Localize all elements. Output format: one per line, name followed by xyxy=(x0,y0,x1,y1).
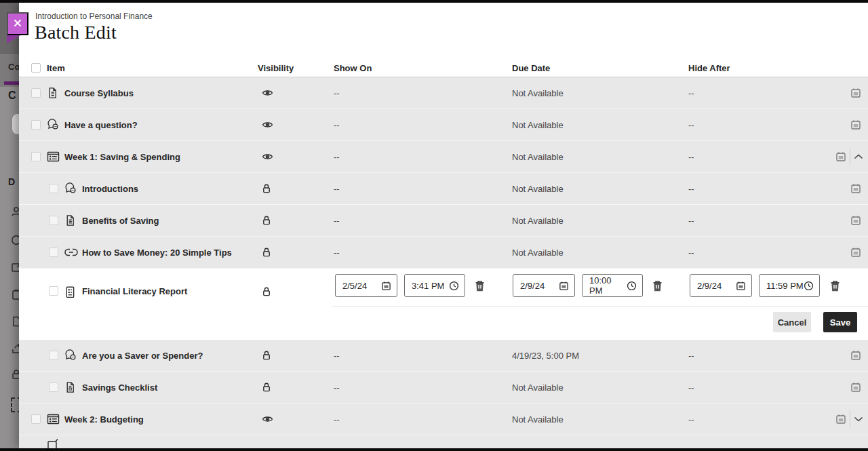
hide-after-value: -- xyxy=(688,351,694,361)
checklist-icon xyxy=(64,381,76,393)
column-header-due-date: Due Date xyxy=(512,62,550,73)
row-checkbox[interactable] xyxy=(31,88,41,98)
discussion-icon xyxy=(64,349,77,361)
hide-after-value: -- xyxy=(688,152,694,162)
show-on-date-value: 2/5/24 xyxy=(342,281,367,291)
show-on-time-input[interactable]: 3:41 PM xyxy=(404,274,465,297)
chevron-down-icon[interactable] xyxy=(854,416,863,423)
visibility-lock-icon[interactable] xyxy=(262,247,271,258)
table-header: Item Visibility Show On Due Date Hide Af… xyxy=(19,58,868,77)
clock-icon[interactable] xyxy=(449,281,459,291)
column-header-item: Item xyxy=(47,62,65,73)
show-on-value: -- xyxy=(334,248,340,258)
show-on-time-value: 3:41 PM xyxy=(412,281,444,291)
item-title: Have a question? xyxy=(64,120,138,130)
hide-after-date-input[interactable]: 2/9/24 xyxy=(690,274,752,297)
column-header-show-on: Show On xyxy=(334,62,372,73)
share-icon xyxy=(11,343,19,354)
close-panel-button[interactable] xyxy=(7,12,28,35)
row-checkbox[interactable] xyxy=(49,248,58,257)
divider xyxy=(850,410,850,428)
calendar-icon[interactable] xyxy=(736,281,746,291)
background-button-fragment xyxy=(12,114,19,134)
show-on-trash-icon[interactable] xyxy=(472,278,487,293)
visibility-lock-icon[interactable] xyxy=(262,286,271,297)
visibility-lock-icon[interactable] xyxy=(262,350,271,361)
hide-after-value: -- xyxy=(688,120,694,130)
browser-top-edge xyxy=(0,0,868,3)
dimmed-background-page: Co C D xyxy=(0,3,19,448)
clock-icon[interactable] xyxy=(804,281,814,291)
visibility-eye-icon[interactable] xyxy=(262,153,273,161)
table-row: Are you a Saver or Spender? -- 4/19/23, … xyxy=(19,340,868,372)
hide-after-value: -- xyxy=(688,88,694,98)
show-on-value: -- xyxy=(334,216,340,226)
clock-icon[interactable] xyxy=(627,281,637,291)
save-button[interactable]: Save xyxy=(823,312,857,332)
due-date-trash-icon[interactable] xyxy=(650,278,665,293)
item-title: Week 1: Saving & Spending xyxy=(64,152,180,162)
row-checkbox[interactable] xyxy=(49,383,58,392)
assignment-icon xyxy=(64,286,76,298)
hide-after-value: -- xyxy=(688,216,694,226)
table-row: Savings Checklist -- Not Available -- xyxy=(19,372,868,404)
calendar-icon[interactable] xyxy=(559,281,569,291)
item-title: Savings Checklist xyxy=(82,383,157,393)
visibility-lock-icon[interactable] xyxy=(262,183,271,194)
calendar-icon[interactable] xyxy=(381,281,391,291)
row-checkbox[interactable] xyxy=(31,152,41,161)
due-date-value: Not Available xyxy=(512,88,564,98)
edit-dates-calendar-icon[interactable] xyxy=(850,382,861,393)
show-on-value: -- xyxy=(334,88,340,98)
hide-after-time-input[interactable]: 11:59 PM xyxy=(759,274,820,297)
table-row: Benefits of Saving -- Not Available -- xyxy=(19,205,868,237)
visibility-eye-icon[interactable] xyxy=(262,89,273,97)
edit-dates-calendar-icon[interactable] xyxy=(850,183,861,194)
row-checkbox[interactable] xyxy=(49,286,58,296)
edit-dates-calendar-icon[interactable] xyxy=(850,247,861,258)
item-title: Week 2: Budgeting xyxy=(64,414,144,425)
row-checkbox[interactable] xyxy=(49,351,58,360)
edit-dates-calendar-icon[interactable] xyxy=(835,414,846,425)
edit-dates-calendar-icon[interactable] xyxy=(850,119,861,130)
visibility-lock-icon[interactable] xyxy=(262,382,271,393)
hide-after-value: -- xyxy=(688,184,694,194)
row-checkbox[interactable] xyxy=(31,120,41,130)
due-date-value: Not Available xyxy=(512,120,564,130)
item-list: Course Syllabus -- Not Available -- Have… xyxy=(19,77,868,448)
cancel-button[interactable]: Cancel xyxy=(773,312,811,332)
edit-dates-calendar-icon[interactable] xyxy=(835,151,846,162)
row-checkbox[interactable] xyxy=(49,184,58,193)
item-title: Financial Literacy Report xyxy=(82,286,187,296)
hide-after-trash-icon[interactable] xyxy=(827,278,842,293)
visibility-eye-icon[interactable] xyxy=(262,415,273,423)
show-on-value: -- xyxy=(334,184,340,194)
page-title: Batch Edit xyxy=(35,22,117,43)
table-row: Introductions -- Not Available -- xyxy=(19,173,868,205)
due-date-date-input[interactable]: 2/9/24 xyxy=(513,274,575,297)
edit-dates-calendar-icon[interactable] xyxy=(850,87,861,98)
edit-dates-calendar-icon[interactable] xyxy=(850,350,861,361)
show-on-date-input[interactable]: 2/5/24 xyxy=(335,274,397,297)
row-checkbox[interactable] xyxy=(49,216,58,225)
column-header-hide-after: Hide After xyxy=(688,62,730,73)
item-title: Course Syllabus xyxy=(64,88,134,98)
visibility-lock-icon[interactable] xyxy=(262,215,271,226)
due-date-value: Not Available xyxy=(512,383,564,393)
row-checkbox[interactable] xyxy=(31,414,41,424)
screen: Co C D Introduction to Personal Finance … xyxy=(0,0,868,451)
edit-dates-calendar-icon[interactable] xyxy=(850,215,861,226)
item-title: How to Save Money: 20 Simple Tips xyxy=(82,248,232,258)
document-icon xyxy=(47,438,60,448)
chevron-up-icon[interactable] xyxy=(854,154,863,160)
due-date-time-input[interactable]: 10:00 PM xyxy=(582,274,643,297)
close-icon xyxy=(13,18,22,30)
visibility-eye-icon[interactable] xyxy=(262,121,273,129)
course-name: Introduction to Personal Finance xyxy=(35,12,153,21)
hide-after-value: -- xyxy=(688,248,694,258)
table-row: Have a question? -- Not Available -- xyxy=(19,109,868,141)
discussion-icon xyxy=(64,182,77,195)
background-content-tab: Co xyxy=(8,62,19,72)
select-all-checkbox[interactable] xyxy=(31,63,41,73)
active-tab-underline xyxy=(4,81,19,85)
